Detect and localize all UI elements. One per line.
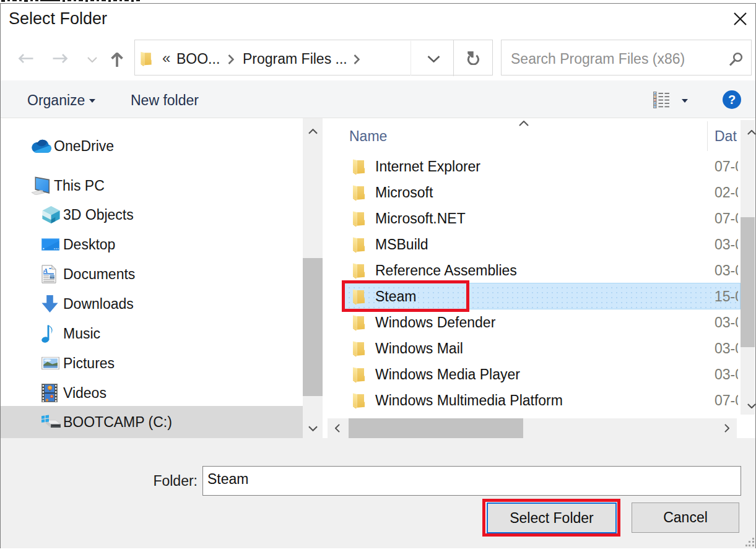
window-behind-text-artifact: [97, 0, 99, 1]
tree-scrollbar-thumb[interactable]: [303, 258, 323, 396]
column-header-date[interactable]: Dat: [715, 128, 737, 145]
breadcrumb-chevron-icon[interactable]: [354, 54, 360, 64]
file-date: 03-0: [715, 262, 738, 279]
chevron-down-icon: [747, 403, 756, 408]
file-date: 15-0: [715, 288, 738, 305]
search-placeholder: Search Program Files (x86): [511, 51, 685, 67]
chevron-up-icon: [747, 130, 756, 135]
list-scroll-left-icon[interactable]: [328, 418, 347, 438]
file-date: 03-0: [715, 366, 738, 383]
sidebar-item-this-pc[interactable]: This PC: [1, 171, 303, 201]
file-row-windows-multimedia-platform[interactable]: Windows Multimedia Platform07-0: [344, 387, 741, 413]
file-row-microsoft-net[interactable]: Microsoft.NET07-0: [344, 205, 741, 231]
grip-dot: [752, 541, 754, 543]
screen: Select Folder: [0, 0, 756, 552]
close-button[interactable]: [728, 6, 752, 31]
search-box[interactable]: Search Program Files (x86): [501, 40, 752, 75]
recent-locations-icon[interactable]: [87, 57, 97, 63]
back-icon[interactable]: [17, 53, 34, 64]
window-behind-text-artifact: [102, 0, 106, 1]
file-row-reference-assemblies[interactable]: Reference Assemblies03-0: [344, 257, 741, 283]
breadcrumb-item-program-files[interactable]: Program Files ...: [243, 51, 347, 67]
column-separator[interactable]: [707, 121, 708, 151]
select-folder-dialog: Select Folder: [0, 3, 756, 548]
list-scroll-up-icon[interactable]: [744, 124, 756, 141]
file-row-microsoft[interactable]: Microsoft02-0: [344, 179, 741, 205]
list-hscrollbar-thumb[interactable]: [349, 418, 523, 438]
file-date: 07-0: [715, 158, 738, 175]
window-behind-text-artifact: [113, 0, 117, 1]
window-behind-text-artifact: [63, 0, 65, 2]
dialog-footer: Folder: Steam Select Folder Cancel: [1, 438, 755, 548]
breadcrumb-overflow[interactable]: «: [162, 50, 170, 67]
file-row-windows-media-player[interactable]: Windows Media Player03-0: [344, 361, 741, 387]
search-icon[interactable]: [729, 52, 744, 67]
up-icon[interactable]: [111, 53, 123, 67]
window-behind-text-artifact: [7, 0, 10, 1]
sidebar-item-label: 3D Objects: [63, 207, 134, 223]
folder-icon: [353, 314, 365, 331]
window-behind-text-artifact: [119, 0, 122, 1]
window-behind-text-artifact: [19, 0, 22, 1]
breadcrumb-item-bootcamp[interactable]: BOO...: [176, 51, 220, 67]
sidebar-item-label: BOOTCAMP (C:): [63, 414, 172, 431]
sidebar-item-videos[interactable]: Videos: [1, 378, 303, 408]
sidebar-item-desktop[interactable]: Desktop: [1, 230, 303, 259]
list-hscrollbar[interactable]: [328, 418, 737, 438]
film-icon: [41, 384, 58, 402]
cancel-button[interactable]: Cancel: [632, 502, 739, 533]
sidebar-item-pictures[interactable]: Pictures: [1, 348, 303, 378]
list-scroll-right-icon[interactable]: [717, 418, 737, 438]
grip-dot: [752, 538, 754, 540]
close-icon: [734, 12, 747, 25]
address-separator: [411, 41, 411, 75]
sidebar-item-documents[interactable]: Documents: [1, 259, 303, 289]
address-bar[interactable]: « BOO... Program Files ...: [134, 40, 493, 75]
window-behind-text-artifact: [24, 0, 28, 2]
window-behind-text-artifact: [30, 0, 33, 1]
chevron-left-icon: [335, 424, 340, 433]
file-row-internet-explorer[interactable]: Internet Explorer07-0: [344, 153, 741, 179]
file-name: MSBuild: [375, 236, 428, 253]
folder-icon: [353, 210, 365, 227]
file-row-msbuild[interactable]: MSBuild03-0: [344, 231, 741, 257]
grip-dot: [749, 541, 750, 543]
address-separator: [453, 40, 454, 76]
refresh-icon[interactable]: [467, 51, 480, 65]
title-bar[interactable]: Select Folder: [1, 4, 755, 38]
sidebar-item-bootcamp-c[interactable]: BOOTCAMP (C:): [1, 406, 303, 438]
window-behind-text-artifact: [74, 0, 76, 1]
tree-scroll-up-icon[interactable]: [303, 121, 323, 141]
sort-ascending-icon[interactable]: [519, 121, 529, 126]
breadcrumb-chevron-icon[interactable]: [228, 54, 234, 64]
cancel-button-label: Cancel: [663, 509, 708, 526]
folder-name-input[interactable]: Steam: [202, 466, 741, 496]
forward-icon[interactable]: [52, 53, 69, 64]
help-button[interactable]: ?: [723, 90, 741, 109]
list-scroll-down-icon[interactable]: [744, 397, 756, 415]
file-row-windows-mail[interactable]: Windows Mail03-0: [344, 335, 741, 361]
file-date: 07-0: [715, 392, 738, 409]
address-dropdown-icon[interactable]: [427, 56, 440, 63]
file-name: Windows Multimedia Platform: [375, 392, 563, 409]
sidebar-item-downloads[interactable]: Downloads: [1, 289, 303, 319]
cube-icon: [41, 205, 61, 224]
column-header-name[interactable]: Name: [349, 128, 387, 145]
list-scrollbar-thumb[interactable]: [741, 217, 755, 347]
sidebar-item-onedrive[interactable]: OneDrive: [1, 131, 303, 161]
file-name: Windows Mail: [375, 340, 463, 357]
this-pc-icon: [32, 176, 53, 195]
file-row-windows-defender[interactable]: Windows Defender03-0: [344, 309, 741, 335]
tree-scrollbar[interactable]: [303, 118, 323, 438]
tree-scroll-down-icon[interactable]: [303, 418, 323, 438]
window-behind-text-artifact: [67, 0, 71, 1]
sidebar-item-label: Music: [63, 326, 100, 342]
sidebar-item-music[interactable]: Music: [1, 319, 303, 348]
folder-icon: [353, 340, 365, 357]
sidebar-item-3d-objects[interactable]: 3D Objects: [1, 200, 303, 230]
file-date: 02-0: [715, 184, 738, 201]
list-scrollbar[interactable]: [741, 120, 755, 415]
folder-name-value: Steam: [207, 471, 248, 488]
dialog-title: Select Folder: [9, 9, 107, 28]
sidebar-item-label: This PC: [54, 178, 105, 194]
